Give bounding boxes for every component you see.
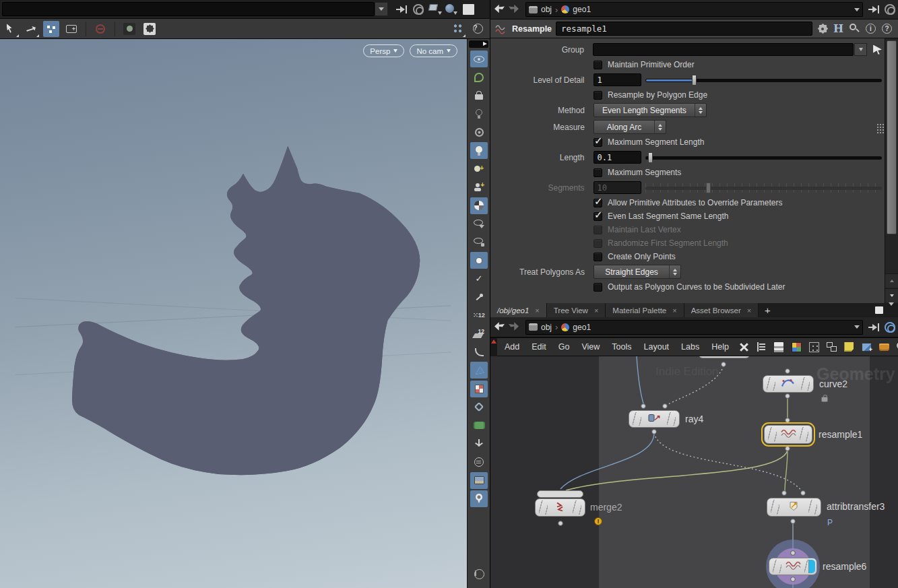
field-guide-icon[interactable] bbox=[470, 453, 488, 470]
node-input-dot[interactable] bbox=[801, 491, 806, 496]
node-ray4[interactable] bbox=[629, 410, 680, 428]
tab-close-icon[interactable]: × bbox=[747, 306, 751, 315]
gear-menu-icon[interactable] bbox=[819, 24, 827, 33]
param-menu[interactable]: Along Arc bbox=[594, 120, 666, 134]
node-right-flags[interactable] bbox=[667, 412, 676, 426]
houdini-logo-icon[interactable]: H bbox=[833, 24, 843, 34]
camera-select-button[interactable]: No cam bbox=[410, 44, 457, 57]
secure-selection[interactable] bbox=[43, 21, 59, 37]
info-icon[interactable]: i bbox=[866, 24, 876, 34]
node-right-flags[interactable] bbox=[573, 500, 581, 515]
checkbox-unchecked[interactable] bbox=[594, 239, 602, 248]
menu-edit[interactable]: Edit bbox=[525, 342, 552, 352]
lock-camera-icon[interactable] bbox=[470, 87, 488, 104]
node-input-dot[interactable] bbox=[782, 491, 787, 496]
node-right-flags[interactable] bbox=[800, 427, 808, 442]
pin-icon[interactable] bbox=[396, 5, 408, 13]
node-input-dot[interactable] bbox=[791, 551, 796, 556]
node-output-dot[interactable] bbox=[721, 362, 726, 367]
menu-help[interactable]: Help bbox=[705, 342, 735, 352]
radial-menu-icon[interactable] bbox=[413, 4, 424, 15]
add-camera-icon[interactable]: + bbox=[470, 178, 488, 195]
add-light-icon[interactable]: + bbox=[470, 160, 488, 177]
node-name-field[interactable]: resample1 bbox=[556, 22, 812, 36]
group-input[interactable] bbox=[593, 43, 854, 56]
tool-options[interactable] bbox=[141, 21, 158, 37]
checkbox-unchecked[interactable] bbox=[594, 91, 602, 100]
node-input-dot[interactable] bbox=[785, 418, 790, 423]
path-breadcrumb[interactable]: obj›geo1 bbox=[525, 2, 863, 17]
viewport-path-field[interactable] bbox=[2, 2, 375, 16]
show-handles-icon[interactable] bbox=[470, 234, 488, 251]
node-left-flags[interactable] bbox=[539, 500, 548, 515]
windows-icon[interactable] bbox=[825, 341, 838, 353]
headlight-off-icon[interactable] bbox=[470, 106, 488, 123]
wire[interactable] bbox=[637, 356, 644, 405]
node-output-dot[interactable] bbox=[785, 447, 790, 451]
wire[interactable] bbox=[785, 450, 788, 492]
tab-close-icon[interactable]: × bbox=[535, 306, 539, 315]
param-value-field[interactable]: 0.1 bbox=[594, 151, 642, 164]
wire[interactable] bbox=[560, 433, 654, 489]
param-slider[interactable] bbox=[645, 75, 882, 86]
checkbox-checked[interactable]: ✓ bbox=[594, 212, 602, 221]
network-editor[interactable]: Indie Edition Geometry curve2ray4resampl… bbox=[490, 356, 898, 588]
menu-labs[interactable]: Labs bbox=[675, 342, 705, 352]
origin-axis-icon[interactable] bbox=[470, 435, 488, 452]
node-input-dot[interactable] bbox=[641, 404, 646, 409]
render-view-icon[interactable] bbox=[470, 69, 488, 86]
display-options-icon[interactable] bbox=[470, 399, 488, 416]
param-menu[interactable]: Even Length Segments bbox=[594, 103, 707, 117]
group-menu-button[interactable] bbox=[854, 43, 867, 56]
search-icon[interactable] bbox=[895, 341, 898, 353]
show-guides-icon[interactable] bbox=[470, 216, 488, 232]
node-partial[interactable] bbox=[698, 356, 750, 358]
menu-layout[interactable]: Layout bbox=[638, 342, 676, 352]
param-menu[interactable]: Straight Edges bbox=[594, 265, 681, 279]
param-slider[interactable] bbox=[645, 183, 882, 193]
slider-handle[interactable] bbox=[692, 75, 697, 86]
menu-view[interactable]: View bbox=[575, 342, 606, 352]
tab-asset-browser[interactable]: Asset Browser× bbox=[684, 303, 759, 317]
warning-badge[interactable]: ! bbox=[594, 517, 602, 525]
node-left-flags[interactable] bbox=[773, 560, 781, 573]
tab-add-button[interactable]: + bbox=[759, 303, 776, 317]
crossed-tools-icon[interactable] bbox=[738, 341, 750, 353]
asset-basket-icon[interactable] bbox=[878, 341, 891, 353]
node-input-dot[interactable] bbox=[663, 404, 668, 409]
radial-menu-icon[interactable] bbox=[885, 322, 895, 333]
help-icon[interactable]: ? bbox=[470, 21, 486, 37]
palette-icon[interactable] bbox=[790, 341, 803, 353]
pane-resize-grip[interactable] bbox=[876, 123, 884, 135]
node-resample6[interactable] bbox=[769, 558, 817, 575]
path-dropdown-button[interactable] bbox=[375, 2, 388, 16]
node-right-flags[interactable] bbox=[801, 377, 810, 391]
handles-tool[interactable] bbox=[121, 21, 137, 37]
scene-viewport[interactable]: PerspNo cam bbox=[0, 39, 467, 588]
help-icon[interactable]: ? bbox=[882, 24, 892, 34]
view-ring-icon[interactable] bbox=[470, 124, 488, 141]
node-left-flags[interactable] bbox=[633, 412, 641, 426]
path-dropdown-icon[interactable] bbox=[854, 325, 860, 329]
checkbox-unchecked[interactable] bbox=[594, 283, 602, 292]
param-value-field[interactable]: 10 bbox=[594, 181, 642, 194]
move-tool[interactable] bbox=[23, 21, 39, 37]
prim-numbers-icon[interactable]: 12 bbox=[470, 325, 488, 342]
menu-add[interactable]: Add bbox=[499, 342, 525, 352]
forward-button[interactable] bbox=[509, 4, 520, 15]
breadcrumb-obj[interactable]: obj bbox=[541, 5, 552, 14]
display-flag[interactable] bbox=[808, 560, 815, 573]
box-pick-tool[interactable]: + bbox=[63, 21, 79, 37]
view-mode-eye-icon[interactable] bbox=[470, 51, 488, 67]
node-right-flags[interactable] bbox=[808, 500, 817, 515]
checkbox-unchecked[interactable] bbox=[594, 226, 602, 234]
scroll-up-button[interactable] bbox=[885, 273, 898, 288]
viewport-info-icon[interactable]: i bbox=[470, 566, 488, 583]
node-attribtransfer3[interactable] bbox=[767, 498, 821, 517]
node-output-dot[interactable] bbox=[791, 519, 796, 524]
scrollbar-thumb[interactable] bbox=[887, 40, 897, 234]
pin-pane-icon[interactable] bbox=[868, 5, 880, 13]
node-left-flags[interactable] bbox=[768, 427, 777, 442]
wire[interactable] bbox=[566, 450, 788, 490]
group-overlay-icon[interactable] bbox=[470, 417, 488, 434]
